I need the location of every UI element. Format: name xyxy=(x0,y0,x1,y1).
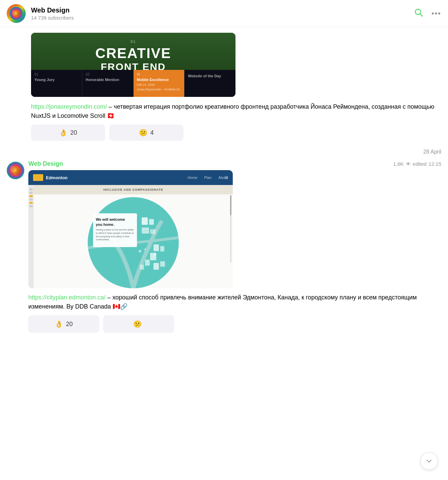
edmonton-banner: INCLUSIVE AND COMPASSIONATE xyxy=(34,185,233,194)
post-2-time: 12:15 xyxy=(428,161,441,167)
sidebar-item-4 xyxy=(29,198,33,201)
more-options-icon[interactable]: ••• xyxy=(431,9,441,18)
svg-rect-19 xyxy=(153,263,159,270)
edmonton-map-svg: We will welcome you home. Having a place… xyxy=(88,197,179,288)
channel-subtitle: 14 739 subscribers xyxy=(31,15,414,21)
cf-col2-num: 03 xyxy=(86,73,130,76)
post-2-edited: edited xyxy=(413,161,427,167)
channel-info: Web Design 14 739 subscribers xyxy=(31,6,414,21)
chat-content: 01 CREATIVE FRONT END 01 Young Jury 03 H… xyxy=(0,27,448,336)
svg-text:you home.: you home. xyxy=(96,222,114,226)
cf-col3-date: Feb 14, 2019 xyxy=(137,83,181,86)
cf-awards-row: 01 Young Jury 03 Honorable Mention W. Mo… xyxy=(31,70,235,97)
edmonton-nav-items: Home Plan About xyxy=(188,176,228,180)
edmonton-menu-icon: ≡ xyxy=(224,174,228,181)
reaction-2-count: 4 xyxy=(150,129,153,136)
edmonton-screenshot: Edmonton Home Plan About ≡ xyxy=(28,170,233,288)
post2-reaction-1-count: 20 xyxy=(66,321,73,328)
svg-point-22 xyxy=(144,248,146,250)
channel-avatar[interactable] xyxy=(7,4,26,23)
post-2-channel-name[interactable]: Web Design xyxy=(28,160,63,167)
cf-col4-label: Website of the Day xyxy=(188,74,232,78)
post-2-body: https://cityplan.edmonton.ca/ – хороший … xyxy=(28,293,441,311)
sidebar-item-1 xyxy=(29,188,33,190)
cf-main-title: CREATIVE xyxy=(95,46,171,61)
cf-col-3: W. Mobile Excellence Feb 14, 2019 Jonas … xyxy=(134,70,185,97)
cf-col3-num: W. xyxy=(137,73,181,76)
post-2-reactions: 👌 20 😕 xyxy=(28,315,441,333)
edmonton-main-content: INCLUSIVE AND COMPASSIONATE xyxy=(34,185,233,288)
svg-rect-14 xyxy=(153,244,159,251)
reaction-btn-2[interactable]: 😕 4 xyxy=(109,125,184,141)
creative-frontend-screenshot: 01 CREATIVE FRONT END 01 Young Jury 03 H… xyxy=(31,33,235,97)
post-1-body: https://jonasreymondin.com/ – четвертая … xyxy=(31,102,441,121)
cf-col2-label: Honorable Mention xyxy=(86,78,130,82)
edmonton-nav: Edmonton Home Plan About ≡ xyxy=(28,170,233,185)
post-2-views: 1,6K xyxy=(393,161,404,167)
reaction-2-emoji: 😕 xyxy=(139,129,147,137)
post-1-image-area: 01 CREATIVE FRONT END 01 Young Jury 03 H… xyxy=(7,33,441,97)
post-2-link[interactable]: https://cityplan.edmonton.ca/ xyxy=(28,294,106,301)
cf-col-1: 01 Young Jury xyxy=(31,70,82,97)
svg-rect-18 xyxy=(140,265,144,270)
post-1-image: 01 CREATIVE FRONT END 01 Young Jury 03 H… xyxy=(31,33,235,97)
sidebar-item-5 xyxy=(29,202,33,204)
scroll-to-bottom-button[interactable] xyxy=(420,452,438,470)
cf-label: 01 xyxy=(131,39,136,44)
svg-rect-13 xyxy=(150,229,156,234)
post-2-header: Web Design 1,6K 👁 edited 12:15 xyxy=(28,160,441,167)
post-2-row: Web Design 1,6K 👁 edited 12:15 Edmonton … xyxy=(0,160,448,336)
edmonton-logo-text: Edmonton xyxy=(46,175,67,180)
svg-rect-17 xyxy=(145,260,150,266)
post2-reaction-btn-2[interactable]: 😕 xyxy=(103,315,174,333)
post2-reaction-1-emoji: 👌 xyxy=(55,320,63,328)
cf-col1-num: 01 xyxy=(34,73,79,76)
svg-rect-20 xyxy=(160,261,165,267)
svg-line-4 xyxy=(420,14,422,16)
post-1-link[interactable]: https://jonasreymondin.com/ xyxy=(31,103,107,110)
channel-title: Web Design xyxy=(31,6,414,14)
svg-point-21 xyxy=(139,250,141,252)
reaction-btn-1[interactable]: 👌 20 xyxy=(31,125,105,141)
svg-point-5 xyxy=(7,162,24,179)
post2-reaction-btn-1[interactable]: 👌 20 xyxy=(28,315,99,333)
cf-col-4: Website of the Day xyxy=(185,70,235,97)
svg-rect-12 xyxy=(142,228,149,234)
svg-rect-11 xyxy=(149,219,154,225)
edmonton-sidebar xyxy=(28,185,34,288)
post-2-meta: 1,6K 👁 edited 12:15 xyxy=(393,161,441,167)
search-icon[interactable] xyxy=(414,8,423,20)
eye-icon: 👁 xyxy=(406,161,411,167)
cf-col-2: 03 Honorable Mention xyxy=(82,70,134,97)
post-1-reactions: 👌 20 😕 4 xyxy=(31,125,441,141)
svg-rect-15 xyxy=(160,246,164,251)
svg-text:We will welcome: We will welcome xyxy=(96,217,125,221)
cf-col3-person: Jonas Reymondin – Portfolio'19. xyxy=(137,88,181,91)
edmonton-scrollbar[interactable] xyxy=(230,195,231,263)
channel-header: Web Design 14 739 subscribers ••• xyxy=(0,0,448,27)
cf-col3-label: Mobile Excellence xyxy=(137,78,181,82)
edmonton-circle-container: We will welcome you home. Having a place… xyxy=(88,197,179,288)
sidebar-item-2 xyxy=(29,192,33,194)
edmonton-logo-shape xyxy=(33,174,43,181)
post-2-avatar[interactable] xyxy=(7,162,24,179)
svg-point-23 xyxy=(154,254,156,256)
edmonton-scroll-thumb xyxy=(230,195,231,215)
cf-col1-label: Young Jury xyxy=(34,78,79,82)
reaction-1-emoji: 👌 xyxy=(59,129,67,137)
svg-rect-10 xyxy=(142,217,148,225)
reaction-1-count: 20 xyxy=(70,129,77,136)
sidebar-item-6 xyxy=(29,205,33,207)
edmonton-body: INCLUSIVE AND COMPASSIONATE xyxy=(28,185,233,288)
post-1-container: 01 CREATIVE FRONT END 01 Young Jury 03 H… xyxy=(0,27,448,146)
post2-reaction-2-emoji: 😕 xyxy=(133,320,142,328)
post-2-content: Web Design 1,6K 👁 edited 12:15 Edmonton … xyxy=(28,160,441,336)
nav-item-2: Plan xyxy=(204,176,212,180)
date-divider: 28 April xyxy=(0,146,448,160)
sidebar-item-3 xyxy=(29,195,33,197)
nav-item-1: Home xyxy=(188,176,197,180)
header-actions: ••• xyxy=(414,8,441,20)
